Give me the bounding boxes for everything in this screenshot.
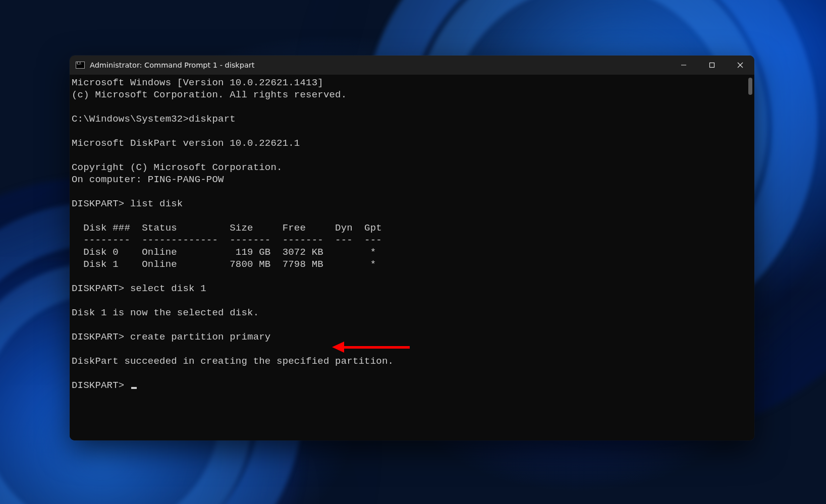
close-button[interactable]	[726, 55, 754, 75]
scrollbar-thumb[interactable]	[748, 78, 752, 95]
cursor	[131, 387, 137, 389]
titlebar[interactable]: Administrator: Command Prompt 1 - diskpa…	[70, 55, 754, 75]
minimize-button[interactable]	[670, 55, 698, 75]
window-title: Administrator: Command Prompt 1 - diskpa…	[90, 61, 670, 69]
svg-rect-1	[710, 63, 714, 68]
terminal-output[interactable]: Microsoft Windows [Version 10.0.22621.14…	[70, 75, 754, 440]
cmd-icon	[76, 62, 85, 69]
command-prompt-window: Administrator: Command Prompt 1 - diskpa…	[70, 55, 754, 440]
maximize-button[interactable]	[698, 55, 726, 75]
